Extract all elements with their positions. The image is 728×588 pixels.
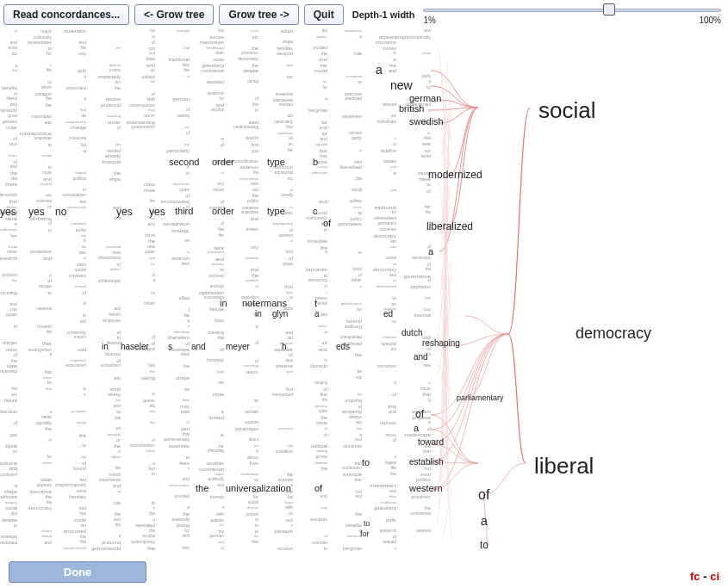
done-button[interactable]: Done bbox=[9, 561, 146, 583]
tree-leaf-word: argument bbox=[388, 410, 431, 414]
tree-leaf-word: grunts bbox=[284, 455, 327, 460]
tree-leaf-word: basic bbox=[9, 376, 52, 380]
tree-leaf-word: agreed bbox=[284, 143, 327, 146]
grow-tree-left-button[interactable]: <- Grow tree bbox=[134, 4, 214, 25]
tree-leaf-word: this bbox=[215, 541, 258, 545]
tree-leaf-word: the bbox=[9, 103, 52, 108]
tree-leaf-word: be bbox=[319, 370, 362, 374]
tree-leaf-word: the bbox=[388, 211, 431, 214]
tree-leaf-word: support bbox=[215, 421, 258, 425]
tree-leaf-word: but bbox=[319, 427, 362, 430]
tree-leaf-word: her bbox=[388, 206, 431, 210]
tree-leaf-word: yes bbox=[0, 433, 17, 438]
tree-leaf-word: essence bbox=[250, 92, 293, 96]
tree-leaf-word: programmatically bbox=[388, 35, 431, 40]
tree-leaf-word: and bbox=[0, 512, 17, 516]
tree-word: s bbox=[168, 343, 172, 351]
tree-leaf-word: us bbox=[0, 449, 17, 454]
tree-leaf-word: democratic bbox=[388, 257, 431, 261]
tree-leaf-word: old bbox=[250, 115, 293, 119]
tree-word: a bbox=[314, 310, 320, 319]
tree-leaf-word: etc bbox=[43, 234, 86, 238]
slider-label: Depth-1 width bbox=[352, 9, 415, 20]
tree-leaf-word: book bbox=[181, 319, 224, 324]
tree-leaf-word: importance bbox=[78, 478, 121, 482]
tree-word: dutch bbox=[401, 329, 422, 337]
read-concordances-button[interactable]: Read concordances... bbox=[3, 4, 129, 25]
tree-leaf-word: digitalisation bbox=[181, 291, 224, 295]
tree-visualization[interactable]: inmajormoderationforexamplehasmustadoptl… bbox=[0, 28, 728, 553]
tree-word: toward bbox=[418, 438, 444, 447]
tree-word: yes bbox=[0, 207, 16, 217]
tree-word: in bbox=[102, 343, 109, 351]
slider-thumb[interactable] bbox=[603, 3, 615, 15]
fc-label[interactable]: fc bbox=[690, 570, 700, 583]
tree-leaf-word: immediate bbox=[284, 239, 327, 244]
tree-leaf-word: of bbox=[112, 92, 155, 96]
tree-leaf-word: he bbox=[146, 313, 190, 319]
tree-leaf-word: of bbox=[112, 40, 155, 45]
tree-word: a bbox=[414, 424, 419, 433]
tree-leaf-word: etc bbox=[215, 35, 258, 40]
tree-leaf-word: of bbox=[112, 274, 155, 277]
tree-leaf-word: its bbox=[215, 399, 258, 403]
tree-leaf-word: better bbox=[9, 416, 52, 420]
tree-word: new bbox=[390, 79, 413, 91]
grow-tree-right-button[interactable]: Grow tree -> bbox=[219, 4, 298, 25]
tree-leaf-word: o bbox=[353, 455, 396, 460]
tree-word: yes bbox=[116, 207, 133, 217]
tree-leaf-word: etc bbox=[353, 239, 396, 244]
tree-leaf-word: and bbox=[353, 165, 396, 169]
tree-leaf-word: ongoing bbox=[319, 399, 362, 404]
tree-leaf-word: polities bbox=[319, 200, 362, 203]
tree-leaf-word: the bbox=[319, 512, 362, 517]
tree-leaf-word: nested bbox=[78, 149, 121, 153]
tree-leaf-word: paragon bbox=[9, 92, 52, 96]
tree-leaf-word: european bbox=[284, 518, 327, 523]
tree-leaf-word: predicted bbox=[319, 97, 362, 102]
tree-leaf-word: and bbox=[284, 58, 327, 63]
tree-leaf-word: to bbox=[146, 455, 190, 460]
tree-leaf-word: money bbox=[353, 46, 396, 51]
tree-leaf-word: the bbox=[181, 336, 224, 340]
tree-leaf-word: epistemic bbox=[181, 92, 224, 96]
tree-word: western bbox=[409, 484, 443, 493]
tree-word: h bbox=[282, 343, 287, 351]
tree-leaf-word: e bbox=[388, 421, 431, 425]
tree-leaf-word: contemporary bbox=[112, 103, 155, 108]
tree-leaf-word: its bbox=[388, 132, 431, 135]
tree-leaf-word: props bbox=[250, 263, 293, 267]
footer-metrics: fc - ci bbox=[690, 570, 719, 583]
tree-hub-word: social bbox=[538, 99, 595, 121]
tree-word: t bbox=[314, 299, 317, 308]
tree-leaf-word: structures bbox=[319, 444, 362, 449]
tree-leaf-word: ideal bbox=[146, 353, 190, 357]
tree-leaf-word: social bbox=[388, 52, 431, 55]
tree-leaf-word: task bbox=[112, 245, 155, 250]
tree-leaf-word: taken bbox=[112, 449, 155, 453]
depth-width-slider[interactable]: 1% 100% bbox=[420, 3, 725, 26]
tree-word: order bbox=[212, 158, 234, 167]
tree-leaf-word: muskin bbox=[9, 325, 52, 329]
tree-leaf-word: balanced bbox=[78, 353, 121, 357]
tree-leaf-word: and bbox=[0, 467, 17, 472]
ci-label[interactable]: ci bbox=[710, 570, 719, 583]
tree-leaf-word: level bbox=[388, 154, 431, 158]
tree-leaf-word: shape bbox=[146, 376, 190, 381]
tree-hub-word: to bbox=[480, 540, 488, 550]
tree-leaf-word: etc bbox=[0, 393, 17, 397]
tree-leaf-word: creating bbox=[181, 331, 224, 335]
tree-leaf-word: has bbox=[284, 154, 327, 158]
tree-word: a bbox=[376, 64, 383, 76]
tree-word: the bbox=[196, 484, 208, 493]
tree-leaf-word: of bbox=[388, 245, 431, 250]
tree-leaf-word: the bbox=[146, 364, 190, 368]
tree-leaf-word: and bbox=[43, 40, 86, 45]
quit-button[interactable]: Quit bbox=[304, 4, 344, 25]
tree-leaf-word: traditional bbox=[353, 501, 396, 504]
tree-word: meyer bbox=[226, 343, 250, 351]
tree-leaf-word: dipole bbox=[0, 444, 17, 449]
tree-leaf-word: setting bbox=[146, 115, 190, 119]
tree-leaf-word: s bbox=[284, 291, 327, 294]
tree-word: of bbox=[323, 219, 331, 228]
